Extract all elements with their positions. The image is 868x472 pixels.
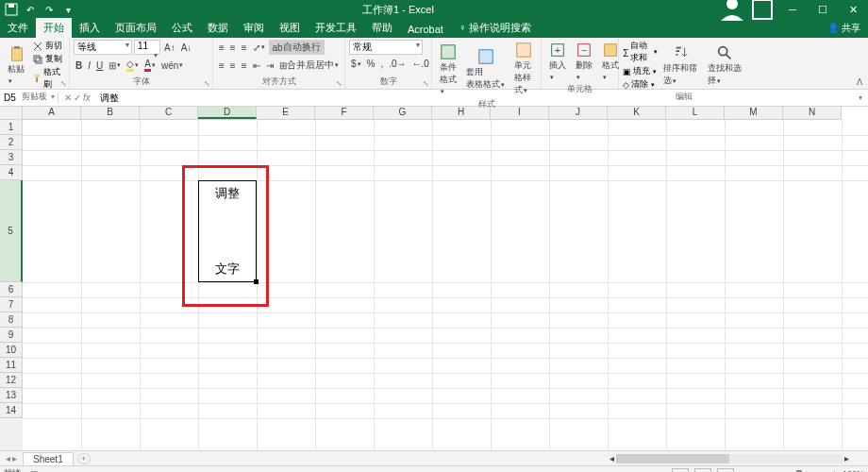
account-icon[interactable]: [717, 0, 747, 19]
alignment-launcher-icon[interactable]: ⤡: [336, 79, 342, 88]
font-color-button[interactable]: A: [142, 58, 158, 73]
insert-cells-button[interactable]: +插入: [545, 40, 570, 83]
qat-customize-icon[interactable]: ▾: [60, 2, 75, 17]
enter-formula-icon[interactable]: ✓: [74, 93, 81, 103]
table-format-button[interactable]: 套用 表格格式: [462, 46, 509, 93]
fill-color-button[interactable]: ◇: [125, 58, 141, 73]
col-header[interactable]: D: [198, 107, 257, 119]
sheet-nav-prev-icon[interactable]: ◂: [6, 453, 10, 464]
copy-button[interactable]: 复制: [32, 53, 65, 65]
sheet-tab[interactable]: Sheet1: [23, 452, 74, 465]
row-header[interactable]: 11: [0, 358, 23, 373]
find-select-button[interactable]: 查找和选择: [704, 42, 745, 89]
paste-button[interactable]: 粘贴: [4, 43, 30, 87]
increase-decimal-icon[interactable]: .0→: [387, 58, 408, 70]
align-left-icon[interactable]: ≡: [217, 59, 226, 72]
decrease-decimal-icon[interactable]: ←.0: [410, 58, 431, 70]
col-header[interactable]: B: [81, 107, 140, 119]
cancel-formula-icon[interactable]: ✕: [64, 93, 72, 103]
row-header[interactable]: 7: [0, 297, 23, 312]
row-header[interactable]: 14: [0, 403, 23, 418]
merge-button[interactable]: ⊞ 合并后居中: [277, 58, 341, 73]
clear-button[interactable]: ◇ 清除: [623, 78, 658, 91]
row-header[interactable]: 13: [0, 388, 23, 403]
underline-button[interactable]: U: [94, 59, 105, 72]
increase-indent-icon[interactable]: ⇥: [264, 59, 275, 72]
phonetic-button[interactable]: wén: [159, 59, 185, 72]
select-all-button[interactable]: [0, 107, 23, 120]
save-icon[interactable]: [4, 2, 19, 17]
clipboard-launcher-icon[interactable]: ⤡: [60, 79, 67, 88]
col-header[interactable]: K: [608, 107, 666, 119]
row-header[interactable]: 4: [0, 165, 23, 180]
zoom-out-icon[interactable]: −: [740, 469, 744, 473]
row-header[interactable]: 9: [0, 328, 23, 343]
accounting-format-icon[interactable]: $: [349, 58, 363, 70]
autosum-button[interactable]: ∑ 自动求和: [623, 40, 658, 64]
col-header[interactable]: A: [23, 107, 81, 119]
decrease-indent-icon[interactable]: ⇤: [251, 59, 262, 72]
tab-view[interactable]: 视图: [272, 18, 308, 38]
font-launcher-icon[interactable]: ⤡: [204, 79, 210, 88]
zoom-level[interactable]: 160%: [843, 469, 864, 473]
decrease-font-icon[interactable]: A↓: [179, 42, 194, 54]
align-top-icon[interactable]: ≡: [217, 42, 226, 54]
row-header[interactable]: 1: [0, 120, 23, 135]
cell-styles-button[interactable]: 单元格样式: [510, 40, 537, 98]
expand-formula-bar-icon[interactable]: ▾: [853, 93, 868, 102]
share-button[interactable]: 👤 共享: [820, 19, 868, 38]
border-button[interactable]: ⊞: [107, 59, 123, 72]
zoom-in-icon[interactable]: +: [832, 469, 837, 473]
col-header[interactable]: G: [374, 107, 432, 119]
redo-icon[interactable]: ↷: [42, 2, 57, 17]
bold-button[interactable]: B: [74, 59, 84, 72]
tab-acrobat[interactable]: Acrobat: [400, 21, 451, 38]
col-header[interactable]: M: [725, 107, 783, 119]
row-header[interactable]: 6: [0, 282, 23, 297]
row-header[interactable]: 8: [0, 312, 23, 328]
align-center-icon[interactable]: ≡: [228, 59, 238, 72]
scroll-right-icon[interactable]: ▸: [844, 453, 849, 464]
col-header[interactable]: E: [257, 107, 315, 119]
cells-area[interactable]: 调整 文字: [23, 120, 868, 450]
sheet-nav-next-icon[interactable]: ▸: [12, 453, 17, 464]
italic-button[interactable]: I: [86, 59, 92, 72]
font-size-combo[interactable]: 11: [134, 40, 160, 55]
tab-pagelayout[interactable]: 页面布局: [108, 18, 164, 38]
fill-handle[interactable]: [254, 279, 259, 284]
macro-record-icon[interactable]: ▣: [30, 469, 39, 473]
page-layout-view-icon[interactable]: [694, 468, 711, 473]
col-header[interactable]: N: [783, 107, 842, 119]
col-header[interactable]: C: [140, 107, 198, 119]
wrap-text-button[interactable]: ab 自动换行: [269, 40, 325, 55]
collapse-ribbon-icon[interactable]: ᐱ: [857, 77, 862, 87]
undo-icon[interactable]: ↶: [23, 2, 38, 17]
col-header[interactable]: F: [315, 107, 374, 119]
active-cell[interactable]: 调整 文字: [198, 180, 257, 282]
row-header[interactable]: 10: [0, 343, 23, 358]
normal-view-icon[interactable]: [672, 468, 689, 473]
percent-format-icon[interactable]: %: [365, 58, 377, 70]
add-sheet-button[interactable]: +: [77, 453, 91, 464]
tellme[interactable]: ♀ 操作说明搜索: [451, 18, 539, 38]
align-middle-icon[interactable]: ≡: [228, 42, 238, 54]
fill-button[interactable]: ▣ 填充: [623, 65, 658, 77]
tab-help[interactable]: 帮助: [364, 18, 400, 38]
close-icon[interactable]: ✕: [838, 0, 868, 19]
tab-home[interactable]: 开始: [36, 18, 72, 38]
tab-insert[interactable]: 插入: [72, 18, 108, 38]
tab-file[interactable]: 文件: [0, 18, 36, 38]
cut-button[interactable]: 剪切: [32, 40, 65, 52]
font-name-combo[interactable]: 等线: [74, 40, 132, 55]
conditional-format-button[interactable]: 条件格式: [436, 42, 460, 97]
align-bottom-icon[interactable]: ≡: [240, 42, 249, 54]
ribbon-options-icon[interactable]: [747, 0, 777, 19]
row-header[interactable]: 12: [0, 373, 23, 388]
tab-data[interactable]: 数据: [200, 18, 236, 38]
scroll-left-icon[interactable]: ◂: [609, 453, 614, 464]
tab-developer[interactable]: 开发工具: [308, 18, 364, 38]
tab-formulas[interactable]: 公式: [164, 18, 200, 38]
align-right-icon[interactable]: ≡: [240, 59, 249, 72]
number-format-combo[interactable]: 常规: [349, 40, 423, 55]
increase-font-icon[interactable]: A↑: [162, 42, 177, 54]
